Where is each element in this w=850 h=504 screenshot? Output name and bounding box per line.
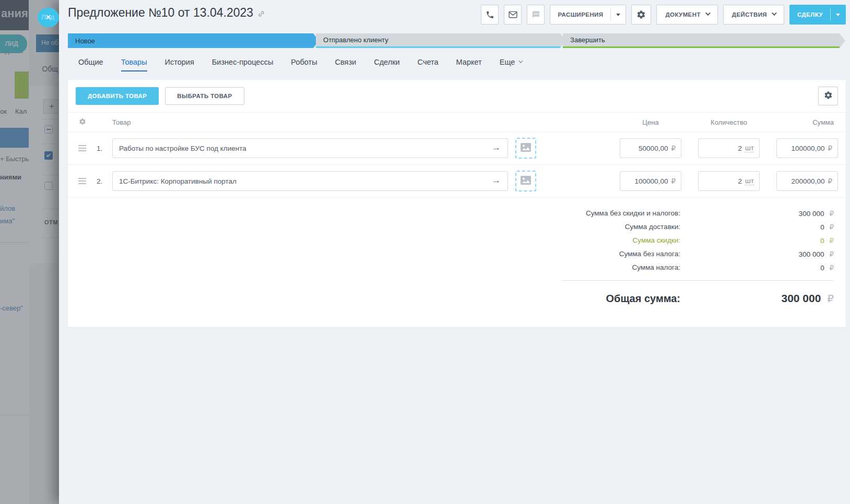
row-number: 2. bbox=[97, 177, 112, 185]
add-product-button[interactable]: ДОБАВИТЬ ТОВАР bbox=[76, 87, 159, 105]
quantity-input[interactable]: 2 шт bbox=[698, 171, 760, 191]
create-deal-label[interactable]: СДЕЛКУ bbox=[790, 5, 830, 24]
create-deal-split-button[interactable]: СДЕЛКУ bbox=[789, 5, 846, 25]
settings-button[interactable] bbox=[631, 5, 651, 25]
products-toolbar: ДОБАВИТЬ ТОВАР ВЫБРАТЬ ТОВАР bbox=[68, 80, 846, 113]
unit-selector[interactable]: шт bbox=[745, 177, 754, 185]
tab-products[interactable]: Товары bbox=[121, 58, 147, 71]
summary-row: Сумма без скидки и налогов: 300 000 ₽ bbox=[76, 209, 834, 218]
open-product-arrow-icon[interactable]: → bbox=[492, 175, 501, 186]
proposal-slider-panel: Предложение №10 от 13.04.2023 bbox=[59, 0, 850, 504]
tab-more-label: Еще bbox=[500, 58, 515, 66]
extensions-dropdown[interactable] bbox=[611, 5, 625, 24]
summary-value: 0 ₽ bbox=[680, 263, 834, 272]
currency-sign: ₽ bbox=[829, 237, 834, 245]
currency-sign: ₽ bbox=[829, 223, 834, 231]
price-input[interactable]: 50000,00 ₽ bbox=[620, 138, 681, 158]
product-row: 2. 1С-Битрикс: Корпоративный портал → bbox=[68, 165, 846, 198]
stage-new[interactable]: Новое bbox=[68, 33, 313, 48]
caret-down-icon bbox=[836, 14, 840, 16]
product-image-dropzone[interactable] bbox=[515, 138, 536, 159]
summary-label: Сумма налога: bbox=[632, 263, 680, 272]
tab-business-processes[interactable]: Бизнес-процессы bbox=[212, 58, 274, 71]
currency-sign: ₽ bbox=[829, 210, 834, 218]
column-settings-button[interactable] bbox=[68, 118, 97, 127]
call-button[interactable] bbox=[481, 5, 499, 25]
grand-total-row: Общая сумма: 300 000 ₽ bbox=[68, 281, 846, 319]
currency-sign: ₽ bbox=[671, 177, 676, 185]
currency-sign: ₽ bbox=[828, 177, 832, 185]
page-title: Предложение №10 от 13.04.2023 bbox=[68, 5, 265, 21]
summary-label: Сумма доставки: bbox=[625, 223, 680, 231]
totals-summary: Сумма без скидки и налогов: 300 000 ₽ Су… bbox=[68, 198, 846, 281]
currency-sign: ₽ bbox=[671, 144, 676, 152]
quantity-input[interactable]: 2 шт bbox=[698, 138, 760, 158]
stage-sent-label: Отправлено клиенту bbox=[323, 36, 388, 44]
chevron-down-icon bbox=[772, 10, 777, 16]
close-slider-button[interactable]: Лид × bbox=[38, 8, 59, 27]
chevron-down-icon bbox=[518, 58, 523, 63]
sum-input[interactable]: 200000,00 ₽ bbox=[776, 171, 838, 191]
product-name-value: 1С-Битрикс: Корпоративный портал bbox=[119, 177, 237, 185]
summary-value: 0 ₽ bbox=[680, 236, 834, 245]
grand-total-label: Общая сумма: bbox=[606, 293, 680, 305]
modal-dim-overlay[interactable] bbox=[0, 0, 59, 504]
table-settings-button[interactable] bbox=[818, 87, 838, 105]
actions-button[interactable]: ДЕЙСТВИЯ bbox=[723, 5, 784, 25]
create-deal-dropdown[interactable] bbox=[831, 5, 845, 24]
summary-row: Сумма без налога: 300 000 ₽ bbox=[76, 250, 834, 258]
document-button[interactable]: ДОКУМЕНТ bbox=[656, 5, 717, 25]
column-header-sum: Сумма bbox=[776, 118, 838, 126]
row-money-cells: 100000,00 ₽ 2 шт 200000,00 ₽ bbox=[620, 171, 838, 191]
tab-market[interactable]: Маркет bbox=[456, 58, 482, 71]
product-image-dropzone[interactable] bbox=[515, 171, 536, 191]
summary-label: Сумма без налога: bbox=[619, 250, 680, 258]
open-product-arrow-icon[interactable]: → bbox=[492, 142, 501, 153]
gear-icon bbox=[79, 118, 86, 127]
chat-button-disabled bbox=[527, 5, 545, 25]
stage-sent-to-client[interactable]: Отправлено клиенту bbox=[316, 33, 560, 48]
row-drag-area bbox=[68, 145, 97, 151]
detail-tabs: Общие Товары История Бизнес-процессы Роб… bbox=[68, 55, 846, 74]
product-name-input[interactable]: Работы по настройке БУС под клиента → bbox=[112, 138, 508, 158]
extensions-label[interactable]: РАСШИРЕНИЯ bbox=[550, 5, 610, 24]
product-name-input[interactable]: 1С-Битрикс: Корпоративный портал → bbox=[112, 171, 508, 191]
tab-history[interactable]: История bbox=[165, 58, 194, 71]
currency-sign: ₽ bbox=[827, 293, 834, 304]
gear-icon bbox=[824, 91, 833, 102]
tab-invoices[interactable]: Счета bbox=[418, 58, 439, 71]
price-value: 50000,00 bbox=[639, 145, 668, 152]
extensions-split-button[interactable]: РАСШИРЕНИЯ bbox=[550, 5, 626, 25]
email-button[interactable] bbox=[504, 5, 522, 25]
tab-links[interactable]: Связи bbox=[335, 58, 357, 71]
row-number: 1. bbox=[97, 145, 112, 152]
tab-deals[interactable]: Сделки bbox=[374, 58, 399, 71]
price-input[interactable]: 100000,00 ₽ bbox=[620, 171, 681, 191]
row-name-cell: 1С-Битрикс: Корпоративный портал → bbox=[112, 171, 536, 191]
summary-label: Сумма без скидки и налогов: bbox=[586, 209, 680, 218]
column-header-product: Товар bbox=[112, 118, 536, 126]
currency-sign: ₽ bbox=[829, 250, 834, 258]
summary-row-discount: Сумма скидки: 0 ₽ bbox=[76, 236, 834, 245]
currency-sign: ₽ bbox=[829, 264, 834, 272]
tab-more[interactable]: Еще bbox=[500, 58, 522, 71]
summary-value: 300 000 ₽ bbox=[680, 209, 834, 218]
column-header-quantity: Количество bbox=[698, 118, 760, 126]
row-drag-area bbox=[68, 178, 97, 184]
stage-arrow-tip bbox=[840, 33, 845, 48]
unit-selector[interactable]: шт bbox=[745, 144, 754, 152]
drag-handle-icon[interactable] bbox=[78, 178, 86, 184]
stage-finish[interactable]: Завершить bbox=[563, 33, 840, 48]
image-icon bbox=[521, 143, 531, 154]
tab-general[interactable]: Общие bbox=[78, 58, 103, 71]
sum-input[interactable]: 100000,00 ₽ bbox=[776, 138, 838, 158]
products-card: ДОБАВИТЬ ТОВАР ВЫБРАТЬ ТОВАР bbox=[68, 80, 846, 327]
product-name-value: Работы по настройке БУС под клиента bbox=[119, 145, 246, 152]
document-label: ДОКУМЕНТ bbox=[665, 11, 700, 18]
tab-robots[interactable]: Роботы bbox=[291, 58, 317, 71]
copy-link-icon[interactable] bbox=[257, 7, 265, 21]
stage-new-label: Новое bbox=[75, 37, 95, 45]
select-product-button[interactable]: ВЫБРАТЬ ТОВАР bbox=[165, 87, 244, 105]
drag-handle-icon[interactable] bbox=[78, 145, 86, 151]
summary-value: 300 000 ₽ bbox=[680, 250, 834, 258]
